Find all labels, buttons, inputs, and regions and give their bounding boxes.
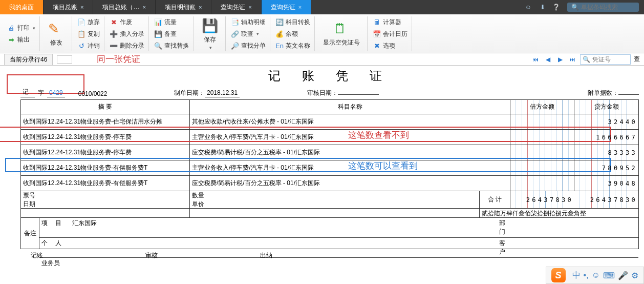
ime-lang-button[interactable]: 中	[572, 270, 581, 281]
switch-icon: 🔄	[275, 18, 284, 26]
dept-value	[510, 218, 638, 237]
prev-button[interactable]: ◀	[543, 55, 552, 64]
last-button[interactable]: ⏭	[568, 55, 577, 64]
biz-label: 业务员	[39, 258, 70, 269]
cloud-icon[interactable]: ⬇	[540, 4, 545, 11]
calendar-icon: 📅	[373, 30, 381, 38]
save-button[interactable]: 💾保存▾	[199, 16, 221, 52]
insert-icon: ➕	[110, 30, 118, 38]
total-cn: 贰拾陆万肆仟叁佰柒拾捌拾捌元叁角整	[480, 209, 638, 217]
ime-keyboard-button[interactable]: ⌨	[603, 271, 615, 280]
voucher-table: 摘 要 科目名称 借方金额 贷方金额 收到国际12.24-12.31物业服务费-…	[20, 99, 639, 249]
contact-button[interactable]: 🔗联查▾	[231, 29, 266, 39]
close-icon[interactable]: ×	[298, 4, 302, 10]
calendar-button[interactable]: 📅会计日历	[373, 29, 407, 39]
table-row[interactable]: 收到国际12.24-12.31物业服务费-住宅保洁用水分摊其他应收款/代收往来/…	[21, 114, 638, 130]
cell-debit	[510, 176, 574, 191]
cell-account: 应交税费/简易计税/百分之五税率 - 01/汇东国际	[190, 145, 510, 160]
tab-ledger[interactable]: 项目总账×	[44, 0, 93, 14]
print-button[interactable]: 🖨打印▾	[7, 23, 35, 33]
find-icon: 🔍	[154, 42, 162, 50]
options-button[interactable]: ✖选项	[373, 41, 407, 51]
first-button[interactable]: ⏮	[531, 55, 540, 64]
reverse-button[interactable]: ↺冲销	[77, 41, 100, 51]
make-date-label: 制单日期：	[174, 89, 205, 96]
tab-desktop[interactable]: 我的桌面	[0, 0, 44, 14]
ime-punct-button[interactable]: •,	[584, 271, 589, 280]
project-value: 汇东国际	[70, 218, 485, 237]
person-label: 个 人	[39, 238, 70, 257]
table-row[interactable]: 收到国际12.24-12.31物业服务费-停车费主营业务收入/停车费/汽车月卡 …	[21, 130, 638, 145]
insert-entry-button[interactable]: ➕插入分录	[110, 29, 144, 39]
table-row[interactable]: 收到国际12.24-12.31物业服务费-有偿服务费T主营业务收入/停车费/汽车…	[21, 160, 638, 176]
sogou-icon[interactable]: S	[551, 268, 566, 282]
voucher-search-input[interactable]	[592, 56, 628, 63]
discard-button[interactable]: 📄放弃	[77, 17, 100, 27]
gear-icon: ✖	[373, 42, 381, 50]
remark-label: 备注	[21, 218, 39, 249]
calculator-icon: 🖩	[373, 18, 381, 26]
close-icon[interactable]: ×	[248, 4, 251, 10]
backup-button[interactable]: 💾备查	[154, 29, 189, 39]
help-icon[interactable]: ❔	[552, 4, 560, 11]
empty-icon: 🗒	[333, 21, 350, 37]
reverse-icon: ↺	[77, 42, 85, 50]
search-voucher-button[interactable]: 查	[634, 55, 640, 64]
void-icon: ✖	[110, 18, 118, 26]
user-icon[interactable]: ☺	[524, 3, 533, 12]
flow-button[interactable]: 📊流量	[154, 17, 189, 27]
voucher-search[interactable]: 🔍	[580, 54, 631, 65]
barcode-input[interactable]	[581, 4, 635, 11]
show-empty-button[interactable]: 🗒显示空凭证号	[320, 19, 363, 49]
find-replace-button[interactable]: 🔍查找替换	[154, 41, 189, 51]
total-debit: 26437830	[510, 191, 574, 208]
aux-detail-button[interactable]: 📑辅助明细	[231, 17, 266, 27]
subject-switch-button[interactable]: 🔄科目转换	[275, 17, 310, 27]
next-button[interactable]: ▶	[555, 55, 565, 64]
save-icon: 💾	[202, 18, 218, 34]
close-icon[interactable]: ×	[80, 4, 83, 10]
close-icon[interactable]: ×	[142, 4, 145, 10]
copy-button[interactable]: 📋复制	[77, 29, 100, 39]
titlebar-right: ☺ ⬇ ❔ 🔍	[524, 0, 644, 14]
sig-jz: 记账	[31, 251, 43, 260]
attach-label: 附单据数：	[588, 89, 618, 96]
english-name-button[interactable]: En英文名称	[275, 41, 310, 51]
ime-emoji-button[interactable]: ☺	[592, 271, 600, 280]
close-icon[interactable]: ×	[199, 4, 202, 10]
current-entry-tab[interactable]: 当前分录行46	[4, 54, 53, 65]
header-account: 科目名称	[190, 100, 510, 114]
cell-debit	[510, 130, 574, 145]
tab-ledger2[interactable]: 项目总账（…×	[93, 0, 155, 14]
search-icon: 🔍	[571, 4, 579, 11]
cell-summary: 收到国际12.24-12.31物业服务费-住宅保洁用水分摊	[21, 114, 190, 129]
find-entry-button[interactable]: 🔎查找分单	[231, 41, 266, 51]
cell-debit	[510, 160, 574, 175]
modify-button[interactable]: ✎修改	[45, 19, 68, 49]
annotation-cannot-view: 这笔数查看不到	[348, 129, 409, 141]
entry-box[interactable]	[57, 55, 72, 64]
ime-settings-button[interactable]: ⚙	[631, 271, 638, 280]
person-value	[70, 238, 485, 257]
voucher-title: 记 账 凭 证	[20, 68, 639, 85]
tab-query1[interactable]: 查询凭证×	[211, 0, 261, 14]
ime-mic-button[interactable]: 🎤	[618, 271, 628, 280]
void-button[interactable]: ✖作废	[110, 17, 144, 27]
export-button[interactable]: ➡输出	[7, 35, 35, 45]
copy-icon: 📋	[77, 30, 85, 38]
remark-section: 备注 项 目汇东国际部 门 个 人客 户 业务员	[21, 218, 638, 249]
cell-summary: 收到国际12.24-12.31物业服务费-停车费	[21, 130, 190, 145]
cell-credit: 780952	[574, 160, 638, 175]
table-row[interactable]: 收到国际12.24-12.31物业服务费-停车费应交税费/简易计税/百分之五税率…	[21, 145, 638, 160]
barcode-search[interactable]: 🔍	[567, 3, 639, 12]
tab-detail[interactable]: 项目明细账×	[156, 0, 211, 14]
cell-summary: 收到国际12.24-12.31物业服务费-有偿服务费T	[21, 160, 190, 175]
balance-button[interactable]: 💰余额	[275, 29, 310, 39]
cell-credit: 83333	[574, 145, 638, 160]
table-row[interactable]: 收到国际12.24-12.31物业服务费-有偿服务费T应交税费/简易计税/百分之…	[21, 176, 638, 191]
delete-entry-button[interactable]: ➖删除分录	[110, 41, 144, 51]
calculator-button[interactable]: 🖩计算器	[373, 17, 407, 27]
tab-query2[interactable]: 查询凭证×	[262, 0, 311, 14]
sig-cn: 出纳	[260, 251, 272, 260]
cell-summary: 收到国际12.24-12.31物业服务费-停车费	[21, 145, 190, 160]
